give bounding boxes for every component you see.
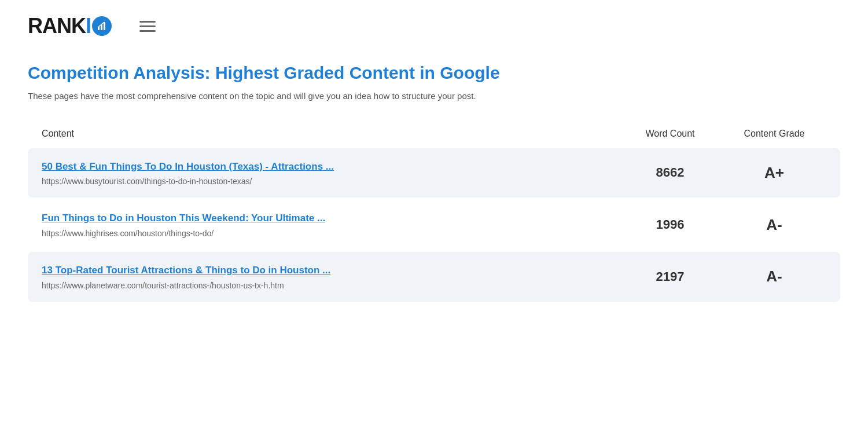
logo-icon xyxy=(92,16,112,36)
content-link-1[interactable]: 50 Best & Fun Things To Do In Houston (T… xyxy=(42,160,618,174)
svg-rect-0 xyxy=(98,27,100,30)
grade-2: A- xyxy=(722,216,826,234)
content-cell-1: 50 Best & Fun Things To Do In Houston (T… xyxy=(42,160,618,186)
logo: RANK I xyxy=(28,14,112,38)
table-row: Fun Things to Do in Houston This Weekend… xyxy=(28,200,840,250)
content-link-2[interactable]: Fun Things to Do in Houston This Weekend… xyxy=(42,211,618,225)
hamburger-line-2 xyxy=(139,25,156,27)
table-row: 13 Top-Rated Tourist Attractions & Thing… xyxy=(28,252,840,302)
page-subtitle: These pages have the most comprehensive … xyxy=(28,90,840,103)
word-count-3: 2197 xyxy=(618,269,722,284)
logo-iq-text: I xyxy=(86,14,112,38)
header: RANK I xyxy=(0,0,868,52)
column-header-content-grade: Content Grade xyxy=(722,129,826,139)
grade-1: A+ xyxy=(722,164,826,182)
main-content: Competition Analysis: Highest Graded Con… xyxy=(0,52,868,332)
logo-rank-text: RANK xyxy=(28,14,86,38)
page-title: Competition Analysis: Highest Graded Con… xyxy=(28,61,840,84)
content-url-3: https://www.planetware.com/tourist-attra… xyxy=(42,281,618,290)
hamburger-line-1 xyxy=(139,21,156,23)
logo-chart-icon xyxy=(97,21,107,31)
content-url-2: https://www.highrises.com/houston/things… xyxy=(42,229,618,238)
grade-3: A- xyxy=(722,268,826,285)
column-header-content: Content xyxy=(42,129,618,139)
table-header: Content Word Count Content Grade xyxy=(28,124,840,146)
content-cell-3: 13 Top-Rated Tourist Attractions & Thing… xyxy=(42,263,618,290)
hamburger-menu-button[interactable] xyxy=(139,21,156,32)
word-count-1: 8662 xyxy=(618,165,722,180)
results-table: Content Word Count Content Grade 50 Best… xyxy=(28,124,840,302)
content-link-3[interactable]: 13 Top-Rated Tourist Attractions & Thing… xyxy=(42,263,618,277)
svg-rect-2 xyxy=(104,22,105,30)
hamburger-line-3 xyxy=(139,30,156,32)
content-url-1: https://www.busytourist.com/things-to-do… xyxy=(42,177,618,186)
column-header-word-count: Word Count xyxy=(618,129,722,139)
content-cell-2: Fun Things to Do in Houston This Weekend… xyxy=(42,211,618,238)
table-row: 50 Best & Fun Things To Do In Houston (T… xyxy=(28,148,840,198)
word-count-2: 1996 xyxy=(618,217,722,232)
